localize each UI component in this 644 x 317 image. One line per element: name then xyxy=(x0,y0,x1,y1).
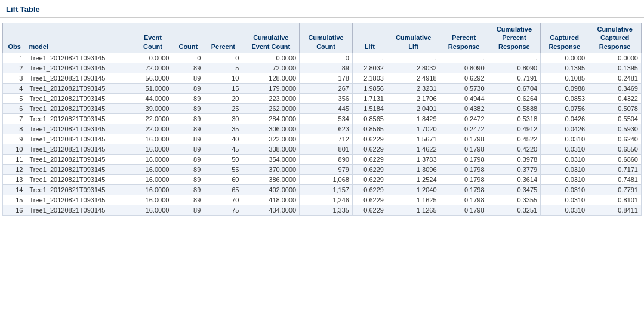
col-cum-captured-response: CumulativeCapturedResponse xyxy=(588,23,642,53)
table-row: 14Tree1_20120821T09314516.00008965402.00… xyxy=(3,184,642,195)
table-row: 15Tree1_20120821T09314516.00008970418.00… xyxy=(3,195,642,205)
table-row: 16Tree1_20120821T09314516.00008975434.00… xyxy=(3,205,642,215)
col-event-count: EventCount xyxy=(133,23,172,53)
table-row: 6Tree1_20120821T09314539.00008925262.000… xyxy=(3,103,642,113)
col-cum-event-count: CumulativeEvent Count xyxy=(242,23,300,53)
col-percent: Percent xyxy=(204,23,242,53)
table-wrapper: Obs model EventCount Count Percent Cumul… xyxy=(0,18,644,218)
table-row: 2Tree1_20120821T09314572.000089572.00008… xyxy=(3,63,642,73)
col-count: Count xyxy=(172,23,204,53)
col-model: model xyxy=(26,23,133,53)
col-pct-response: PercentResponse xyxy=(440,23,488,53)
table-row: 10Tree1_20120821T09314516.00008945338.00… xyxy=(3,144,642,154)
page-title: Lift Table xyxy=(0,0,644,18)
table-row: 11Tree1_20120821T09314516.00008950354.00… xyxy=(3,154,642,164)
table-row: 7Tree1_20120821T09314522.00008930284.000… xyxy=(3,113,642,124)
col-obs: Obs xyxy=(3,23,26,53)
table-body: 1Tree1_20120821T0931450.0000000.00000...… xyxy=(3,53,642,215)
table-row: 12Tree1_20120821T09314516.00008955370.00… xyxy=(3,164,642,174)
table-row: 1Tree1_20120821T0931450.0000000.00000...… xyxy=(3,53,642,63)
table-row: 3Tree1_20120821T09314556.00008910128.000… xyxy=(3,73,642,83)
table-row: 9Tree1_20120821T09314516.00008940322.000… xyxy=(3,134,642,144)
lift-table: Obs model EventCount Count Percent Cumul… xyxy=(2,23,642,216)
table-header-row: Obs model EventCount Count Percent Cumul… xyxy=(3,23,642,53)
col-captured-response: CapturedResponse xyxy=(541,23,588,53)
table-row: 8Tree1_20120821T09314522.00008935306.000… xyxy=(3,124,642,134)
table-row: 4Tree1_20120821T09314551.00008915179.000… xyxy=(3,83,642,93)
col-lift: Lift xyxy=(352,23,387,53)
col-cum-lift: CumulativeLift xyxy=(387,23,440,53)
col-cum-pct-response: CumulativePercentResponse xyxy=(488,23,541,53)
table-row: 13Tree1_20120821T09314516.00008960386.00… xyxy=(3,174,642,184)
table-row: 5Tree1_20120821T09314544.00008920223.000… xyxy=(3,93,642,103)
col-cum-count: CumulativeCount xyxy=(300,23,353,53)
